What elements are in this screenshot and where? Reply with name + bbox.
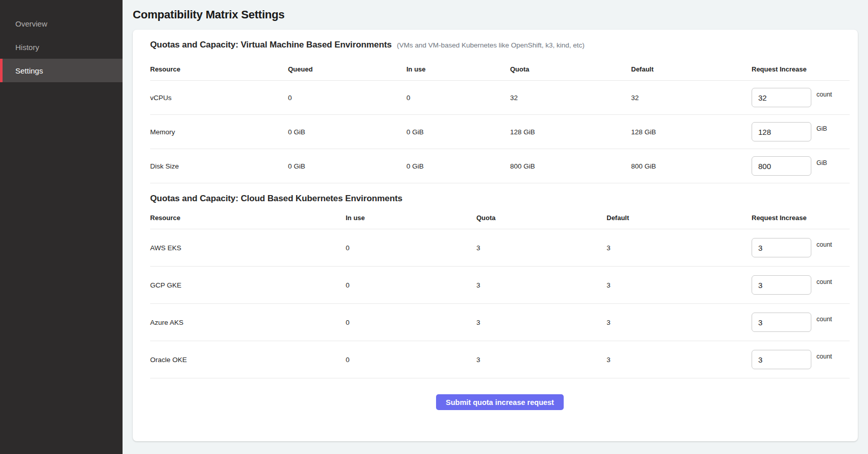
quota-value: 3 [476,281,607,289]
settings-card: Quotas and Capacity: Virtual Machine Bas… [133,30,858,441]
resource-name: Azure AKS [150,319,346,326]
sidebar-item-overview[interactable]: Overview [0,12,123,35]
queued-value: 0 [288,94,406,102]
request-increase-cell: count [752,88,850,107]
resource-name: Disk Size [150,162,288,170]
resource-name: AWS EKS [150,244,346,252]
default-value: 32 [631,94,752,102]
table-row-memory: Memory 0 GiB 0 GiB 128 GiB 128 GiB GiB [150,115,850,149]
request-increase-cell: count [752,238,850,257]
unit-label: count [816,278,832,285]
resource-name: vCPUs [150,94,288,102]
column-header-resource: Resource [150,65,288,73]
disk-size-request-input[interactable] [752,156,811,176]
quota-value: 3 [476,244,607,252]
request-increase-cell: GiB [752,156,850,176]
table-row-azure-aks: Azure AKS 0 3 3 count [150,304,850,341]
column-header-request-increase: Request Increase [752,214,850,222]
column-header-default: Default [607,214,752,222]
in-use-value: 0 GiB [406,128,510,136]
default-value: 128 GiB [631,128,752,136]
in-use-value: 0 [346,281,476,289]
unit-label: GiB [816,125,827,132]
quota-value: 128 GiB [510,128,631,136]
request-increase-cell: count [752,350,850,369]
column-header-quota: Quota [476,214,607,222]
column-header-quota: Quota [510,65,631,73]
vm-section-title: Quotas and Capacity: Virtual Machine Bas… [150,40,392,50]
table-row-disk-size: Disk Size 0 GiB 0 GiB 800 GiB 800 GiB Gi… [150,149,850,183]
column-header-in-use: In use [406,65,510,73]
sidebar-item-label: Overview [15,19,47,28]
sidebar: Overview History Settings [0,0,123,454]
request-increase-cell: count [752,275,850,295]
in-use-value: 0 [346,356,476,364]
in-use-value: 0 [406,94,510,102]
azure-aks-request-input[interactable] [752,313,811,332]
column-header-request-increase: Request Increase [752,65,850,73]
queued-value: 0 GiB [288,162,406,170]
cloud-section-title: Quotas and Capacity: Cloud Based Kuberne… [150,194,402,204]
resource-name: Memory [150,128,288,136]
column-header-in-use: In use [346,214,476,222]
unit-label: count [816,91,832,98]
column-header-resource: Resource [150,214,346,222]
default-value: 3 [607,244,752,252]
in-use-value: 0 GiB [406,162,510,170]
vm-table-header: Resource Queued In use Quota Default Req… [150,53,850,81]
column-header-queued: Queued [288,65,406,73]
app-window: Overview History Settings Compatibility … [0,0,868,454]
sidebar-item-settings[interactable]: Settings [0,59,123,82]
gcp-gke-request-input[interactable] [752,275,811,295]
unit-label: count [816,353,832,360]
oracle-oke-request-input[interactable] [752,350,811,369]
quota-value: 32 [510,94,631,102]
sidebar-item-label: History [15,43,39,52]
table-row-aws-eks: AWS EKS 0 3 3 count [150,229,850,267]
unit-label: GiB [816,159,827,166]
cloud-table-header: Resource In use Quota Default Request In… [150,207,850,229]
default-value: 3 [607,356,752,364]
table-row-gcp-gke: GCP GKE 0 3 3 count [150,267,850,304]
table-row-oracle-oke: Oracle OKE 0 3 3 count [150,341,850,378]
request-increase-cell: count [752,313,850,332]
resource-name: GCP GKE [150,281,346,289]
page-title: Compatibility Matrix Settings [133,8,858,21]
main-content: Compatibility Matrix Settings Quotas and… [123,0,868,454]
column-header-default: Default [631,65,752,73]
unit-label: count [816,241,832,248]
quota-value: 3 [476,356,607,364]
unit-label: count [816,316,832,323]
in-use-value: 0 [346,319,476,326]
vm-section-subtitle: (VMs and VM-based Kubernetes like OpenSh… [397,41,585,49]
vm-section-header: Quotas and Capacity: Virtual Machine Bas… [150,40,850,50]
quota-value: 800 GiB [510,162,631,170]
submit-row: Submit quota increase request [150,378,850,410]
table-row-vcpus: vCPUs 0 0 32 32 count [150,81,850,115]
sidebar-item-label: Settings [15,66,43,75]
sidebar-item-history[interactable]: History [0,35,123,59]
queued-value: 0 GiB [288,128,406,136]
default-value: 3 [607,281,752,289]
cloud-section-header: Quotas and Capacity: Cloud Based Kuberne… [150,194,850,204]
default-value: 800 GiB [631,162,752,170]
quota-value: 3 [476,319,607,326]
request-increase-cell: GiB [752,122,850,141]
submit-quota-increase-button[interactable]: Submit quota increase request [436,394,564,410]
in-use-value: 0 [346,244,476,252]
default-value: 3 [607,319,752,326]
aws-eks-request-input[interactable] [752,238,811,257]
memory-request-input[interactable] [752,122,811,141]
vcpus-request-input[interactable] [752,88,811,107]
resource-name: Oracle OKE [150,356,346,364]
